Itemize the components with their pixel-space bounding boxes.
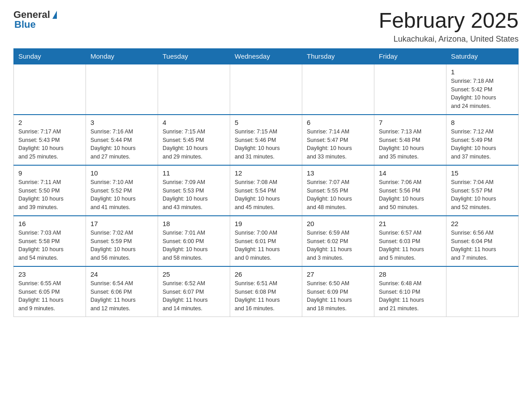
day-number: 26 xyxy=(235,270,297,278)
day-info: Sunrise: 6:56 AM Sunset: 6:04 PM Dayligh… xyxy=(451,229,514,262)
day-info: Sunrise: 6:55 AM Sunset: 6:05 PM Dayligh… xyxy=(18,279,81,313)
day-info: Sunrise: 7:06 AM Sunset: 5:56 PM Dayligh… xyxy=(379,178,442,212)
calendar-day-cell: 28Sunrise: 6:48 AM Sunset: 6:10 PM Dayli… xyxy=(374,266,446,317)
day-number: 18 xyxy=(163,220,225,227)
day-number: 17 xyxy=(90,220,153,227)
day-info: Sunrise: 7:12 AM Sunset: 5:49 PM Dayligh… xyxy=(451,128,514,161)
day-info: Sunrise: 7:04 AM Sunset: 5:57 PM Dayligh… xyxy=(451,178,514,212)
calendar-day-cell: 6Sunrise: 7:14 AM Sunset: 5:47 PM Daylig… xyxy=(302,115,374,165)
day-number: 6 xyxy=(307,119,369,126)
calendar-week-row: 2Sunrise: 7:17 AM Sunset: 5:43 PM Daylig… xyxy=(14,115,519,165)
day-info: Sunrise: 6:57 AM Sunset: 6:03 PM Dayligh… xyxy=(379,229,442,262)
day-number: 24 xyxy=(90,270,153,278)
day-info: Sunrise: 6:51 AM Sunset: 6:08 PM Dayligh… xyxy=(235,279,297,313)
day-info: Sunrise: 7:18 AM Sunset: 5:42 PM Dayligh… xyxy=(451,77,514,111)
calendar-day-cell: 7Sunrise: 7:13 AM Sunset: 5:48 PM Daylig… xyxy=(374,115,446,165)
calendar-day-cell: 27Sunrise: 6:50 AM Sunset: 6:09 PM Dayli… xyxy=(302,266,374,317)
day-number: 10 xyxy=(90,169,153,177)
day-number: 23 xyxy=(18,270,81,278)
calendar-day-cell: 4Sunrise: 7:15 AM Sunset: 5:45 PM Daylig… xyxy=(158,115,230,165)
calendar-day-cell: 8Sunrise: 7:12 AM Sunset: 5:49 PM Daylig… xyxy=(446,115,519,165)
calendar-week-row: 16Sunrise: 7:03 AM Sunset: 5:58 PM Dayli… xyxy=(14,216,519,266)
calendar-day-cell xyxy=(302,64,374,115)
calendar-day-cell: 10Sunrise: 7:10 AM Sunset: 5:52 PM Dayli… xyxy=(86,165,158,216)
day-number: 8 xyxy=(451,119,514,126)
logo-triangle-icon xyxy=(52,11,57,19)
day-number: 25 xyxy=(163,270,225,278)
month-title: February 2025 xyxy=(379,9,519,33)
calendar-day-cell: 22Sunrise: 6:56 AM Sunset: 6:04 PM Dayli… xyxy=(446,216,519,266)
calendar-day-cell xyxy=(374,64,446,115)
calendar-day-cell: 26Sunrise: 6:51 AM Sunset: 6:08 PM Dayli… xyxy=(230,266,302,317)
calendar-week-row: 23Sunrise: 6:55 AM Sunset: 6:05 PM Dayli… xyxy=(14,266,519,317)
day-info: Sunrise: 7:01 AM Sunset: 6:00 PM Dayligh… xyxy=(163,229,225,262)
day-of-week-header: Thursday xyxy=(302,48,374,64)
day-info: Sunrise: 7:11 AM Sunset: 5:50 PM Dayligh… xyxy=(18,178,81,212)
calendar-day-cell: 13Sunrise: 7:07 AM Sunset: 5:55 PM Dayli… xyxy=(302,165,374,216)
day-number: 9 xyxy=(18,169,81,177)
calendar-day-cell xyxy=(230,64,302,115)
day-number: 16 xyxy=(18,220,81,227)
day-info: Sunrise: 7:14 AM Sunset: 5:47 PM Dayligh… xyxy=(307,128,369,161)
day-of-week-header: Monday xyxy=(86,48,158,64)
day-info: Sunrise: 6:54 AM Sunset: 6:06 PM Dayligh… xyxy=(90,279,153,313)
calendar-day-cell: 21Sunrise: 6:57 AM Sunset: 6:03 PM Dayli… xyxy=(374,216,446,266)
day-number: 1 xyxy=(451,68,514,76)
day-number: 20 xyxy=(307,220,369,227)
logo: General Blue xyxy=(13,9,57,30)
day-number: 19 xyxy=(235,220,297,227)
calendar-day-cell: 12Sunrise: 7:08 AM Sunset: 5:54 PM Dayli… xyxy=(230,165,302,216)
calendar-day-cell: 1Sunrise: 7:18 AM Sunset: 5:42 PM Daylig… xyxy=(446,64,519,115)
day-number: 15 xyxy=(451,169,514,177)
location-title: Lukachukai, Arizona, United States xyxy=(379,34,519,44)
calendar-header-row: SundayMondayTuesdayWednesdayThursdayFrid… xyxy=(14,48,519,64)
day-info: Sunrise: 6:50 AM Sunset: 6:09 PM Dayligh… xyxy=(307,279,369,313)
day-of-week-header: Saturday xyxy=(446,48,519,64)
day-number: 11 xyxy=(163,169,225,177)
day-info: Sunrise: 6:52 AM Sunset: 6:07 PM Dayligh… xyxy=(163,279,225,313)
calendar-day-cell xyxy=(158,64,230,115)
day-of-week-header: Friday xyxy=(374,48,446,64)
day-number: 14 xyxy=(379,169,442,177)
day-info: Sunrise: 6:59 AM Sunset: 6:02 PM Dayligh… xyxy=(307,229,369,262)
calendar-day-cell: 11Sunrise: 7:09 AM Sunset: 5:53 PM Dayli… xyxy=(158,165,230,216)
day-info: Sunrise: 7:08 AM Sunset: 5:54 PM Dayligh… xyxy=(235,178,297,212)
calendar-day-cell: 3Sunrise: 7:16 AM Sunset: 5:44 PM Daylig… xyxy=(86,115,158,165)
calendar-day-cell: 19Sunrise: 7:00 AM Sunset: 6:01 PM Dayli… xyxy=(230,216,302,266)
day-info: Sunrise: 7:15 AM Sunset: 5:45 PM Dayligh… xyxy=(163,128,225,161)
day-number: 27 xyxy=(307,270,369,278)
day-number: 5 xyxy=(235,119,297,126)
day-of-week-header: Wednesday xyxy=(230,48,302,64)
calendar-day-cell: 16Sunrise: 7:03 AM Sunset: 5:58 PM Dayli… xyxy=(14,216,86,266)
day-info: Sunrise: 7:09 AM Sunset: 5:53 PM Dayligh… xyxy=(163,178,225,212)
logo-blue-text: Blue xyxy=(14,19,36,30)
day-of-week-header: Tuesday xyxy=(158,48,230,64)
day-number: 21 xyxy=(379,220,442,227)
day-info: Sunrise: 7:03 AM Sunset: 5:58 PM Dayligh… xyxy=(18,229,81,262)
calendar-day-cell: 25Sunrise: 6:52 AM Sunset: 6:07 PM Dayli… xyxy=(158,266,230,317)
calendar-day-cell xyxy=(86,64,158,115)
day-number: 2 xyxy=(18,119,81,126)
calendar-week-row: 9Sunrise: 7:11 AM Sunset: 5:50 PM Daylig… xyxy=(14,165,519,216)
day-info: Sunrise: 7:13 AM Sunset: 5:48 PM Dayligh… xyxy=(379,128,442,161)
calendar-week-row: 1Sunrise: 7:18 AM Sunset: 5:42 PM Daylig… xyxy=(14,64,519,115)
day-number: 12 xyxy=(235,169,297,177)
calendar-day-cell: 5Sunrise: 7:15 AM Sunset: 5:46 PM Daylig… xyxy=(230,115,302,165)
day-info: Sunrise: 7:16 AM Sunset: 5:44 PM Dayligh… xyxy=(90,128,153,161)
calendar-day-cell: 9Sunrise: 7:11 AM Sunset: 5:50 PM Daylig… xyxy=(14,165,86,216)
day-info: Sunrise: 7:15 AM Sunset: 5:46 PM Dayligh… xyxy=(235,128,297,161)
calendar-day-cell xyxy=(446,266,519,317)
calendar-day-cell xyxy=(14,64,86,115)
day-number: 3 xyxy=(90,119,153,126)
calendar-day-cell: 24Sunrise: 6:54 AM Sunset: 6:06 PM Dayli… xyxy=(86,266,158,317)
day-info: Sunrise: 7:07 AM Sunset: 5:55 PM Dayligh… xyxy=(307,178,369,212)
page-header: General Blue February 2025 Lukachukai, A… xyxy=(13,9,519,44)
calendar-day-cell: 17Sunrise: 7:02 AM Sunset: 5:59 PM Dayli… xyxy=(86,216,158,266)
day-number: 7 xyxy=(379,119,442,126)
calendar-day-cell: 23Sunrise: 6:55 AM Sunset: 6:05 PM Dayli… xyxy=(14,266,86,317)
day-info: Sunrise: 7:00 AM Sunset: 6:01 PM Dayligh… xyxy=(235,229,297,262)
day-info: Sunrise: 6:48 AM Sunset: 6:10 PM Dayligh… xyxy=(379,279,442,313)
calendar-day-cell: 18Sunrise: 7:01 AM Sunset: 6:00 PM Dayli… xyxy=(158,216,230,266)
calendar-day-cell: 2Sunrise: 7:17 AM Sunset: 5:43 PM Daylig… xyxy=(14,115,86,165)
calendar-day-cell: 15Sunrise: 7:04 AM Sunset: 5:57 PM Dayli… xyxy=(446,165,519,216)
